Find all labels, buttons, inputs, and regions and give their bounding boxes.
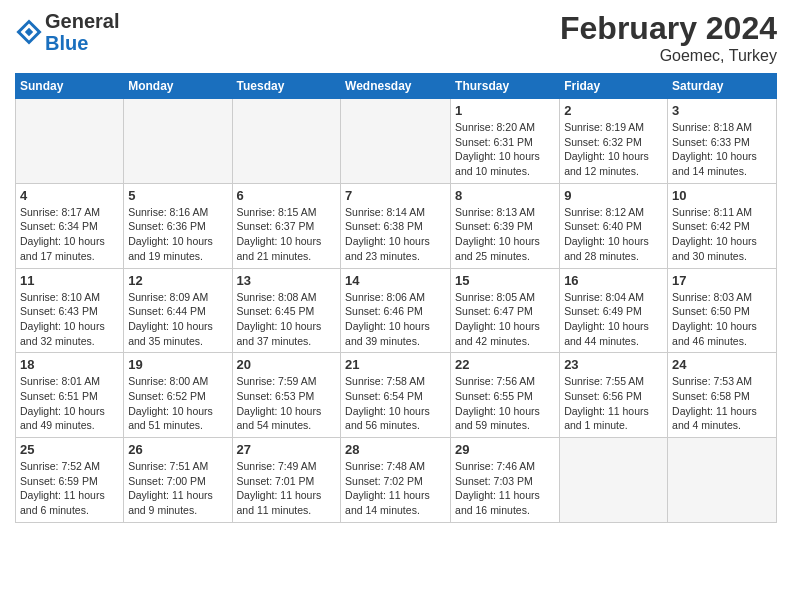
day-detail: Sunrise: 8:14 AM Sunset: 6:38 PM Dayligh… bbox=[345, 205, 446, 264]
day-detail: Sunrise: 8:05 AM Sunset: 6:47 PM Dayligh… bbox=[455, 290, 555, 349]
day-number: 4 bbox=[20, 188, 119, 203]
day-number: 16 bbox=[564, 273, 663, 288]
day-number: 12 bbox=[128, 273, 227, 288]
day-number: 29 bbox=[455, 442, 555, 457]
page-subtitle: Goemec, Turkey bbox=[560, 47, 777, 65]
day-detail: Sunrise: 8:11 AM Sunset: 6:42 PM Dayligh… bbox=[672, 205, 772, 264]
calendar-cell: 13Sunrise: 8:08 AM Sunset: 6:45 PM Dayli… bbox=[232, 268, 341, 353]
day-number: 10 bbox=[672, 188, 772, 203]
calendar-cell: 17Sunrise: 8:03 AM Sunset: 6:50 PM Dayli… bbox=[668, 268, 777, 353]
calendar-cell: 4Sunrise: 8:17 AM Sunset: 6:34 PM Daylig… bbox=[16, 183, 124, 268]
calendar-cell: 21Sunrise: 7:58 AM Sunset: 6:54 PM Dayli… bbox=[341, 353, 451, 438]
day-number: 15 bbox=[455, 273, 555, 288]
day-detail: Sunrise: 8:00 AM Sunset: 6:52 PM Dayligh… bbox=[128, 374, 227, 433]
day-number: 24 bbox=[672, 357, 772, 372]
calendar-cell: 10Sunrise: 8:11 AM Sunset: 6:42 PM Dayli… bbox=[668, 183, 777, 268]
calendar-cell: 14Sunrise: 8:06 AM Sunset: 6:46 PM Dayli… bbox=[341, 268, 451, 353]
calendar-cell bbox=[16, 99, 124, 184]
day-number: 1 bbox=[455, 103, 555, 118]
page-header: General Blue February 2024 Goemec, Turke… bbox=[15, 10, 777, 65]
calendar-cell: 3Sunrise: 8:18 AM Sunset: 6:33 PM Daylig… bbox=[668, 99, 777, 184]
day-number: 28 bbox=[345, 442, 446, 457]
day-number: 23 bbox=[564, 357, 663, 372]
day-number: 3 bbox=[672, 103, 772, 118]
day-number: 11 bbox=[20, 273, 119, 288]
day-header-friday: Friday bbox=[560, 74, 668, 99]
day-detail: Sunrise: 7:49 AM Sunset: 7:01 PM Dayligh… bbox=[237, 459, 337, 518]
day-detail: Sunrise: 8:17 AM Sunset: 6:34 PM Dayligh… bbox=[20, 205, 119, 264]
calendar-cell: 6Sunrise: 8:15 AM Sunset: 6:37 PM Daylig… bbox=[232, 183, 341, 268]
day-detail: Sunrise: 8:12 AM Sunset: 6:40 PM Dayligh… bbox=[564, 205, 663, 264]
calendar-body: 1Sunrise: 8:20 AM Sunset: 6:31 PM Daylig… bbox=[16, 99, 777, 523]
calendar-cell bbox=[560, 438, 668, 523]
day-number: 21 bbox=[345, 357, 446, 372]
day-detail: Sunrise: 8:10 AM Sunset: 6:43 PM Dayligh… bbox=[20, 290, 119, 349]
day-detail: Sunrise: 7:56 AM Sunset: 6:55 PM Dayligh… bbox=[455, 374, 555, 433]
day-number: 8 bbox=[455, 188, 555, 203]
title-block: February 2024 Goemec, Turkey bbox=[560, 10, 777, 65]
page-title: February 2024 bbox=[560, 10, 777, 47]
day-detail: Sunrise: 7:46 AM Sunset: 7:03 PM Dayligh… bbox=[455, 459, 555, 518]
day-header-sunday: Sunday bbox=[16, 74, 124, 99]
calendar-cell: 18Sunrise: 8:01 AM Sunset: 6:51 PM Dayli… bbox=[16, 353, 124, 438]
logo-icon bbox=[15, 18, 43, 46]
day-detail: Sunrise: 8:06 AM Sunset: 6:46 PM Dayligh… bbox=[345, 290, 446, 349]
day-detail: Sunrise: 7:53 AM Sunset: 6:58 PM Dayligh… bbox=[672, 374, 772, 433]
calendar-cell: 7Sunrise: 8:14 AM Sunset: 6:38 PM Daylig… bbox=[341, 183, 451, 268]
day-number: 17 bbox=[672, 273, 772, 288]
day-detail: Sunrise: 7:58 AM Sunset: 6:54 PM Dayligh… bbox=[345, 374, 446, 433]
day-detail: Sunrise: 8:19 AM Sunset: 6:32 PM Dayligh… bbox=[564, 120, 663, 179]
calendar-table: SundayMondayTuesdayWednesdayThursdayFrid… bbox=[15, 73, 777, 523]
day-detail: Sunrise: 8:13 AM Sunset: 6:39 PM Dayligh… bbox=[455, 205, 555, 264]
day-detail: Sunrise: 7:48 AM Sunset: 7:02 PM Dayligh… bbox=[345, 459, 446, 518]
calendar-week-1: 1Sunrise: 8:20 AM Sunset: 6:31 PM Daylig… bbox=[16, 99, 777, 184]
day-detail: Sunrise: 8:20 AM Sunset: 6:31 PM Dayligh… bbox=[455, 120, 555, 179]
day-number: 5 bbox=[128, 188, 227, 203]
calendar-week-5: 25Sunrise: 7:52 AM Sunset: 6:59 PM Dayli… bbox=[16, 438, 777, 523]
day-header-saturday: Saturday bbox=[668, 74, 777, 99]
day-number: 22 bbox=[455, 357, 555, 372]
day-detail: Sunrise: 8:03 AM Sunset: 6:50 PM Dayligh… bbox=[672, 290, 772, 349]
day-number: 20 bbox=[237, 357, 337, 372]
day-detail: Sunrise: 8:01 AM Sunset: 6:51 PM Dayligh… bbox=[20, 374, 119, 433]
calendar-cell: 19Sunrise: 8:00 AM Sunset: 6:52 PM Dayli… bbox=[124, 353, 232, 438]
day-header-tuesday: Tuesday bbox=[232, 74, 341, 99]
logo-blue-text: Blue bbox=[45, 32, 119, 54]
day-detail: Sunrise: 8:18 AM Sunset: 6:33 PM Dayligh… bbox=[672, 120, 772, 179]
calendar-cell: 8Sunrise: 8:13 AM Sunset: 6:39 PM Daylig… bbox=[451, 183, 560, 268]
calendar-cell: 27Sunrise: 7:49 AM Sunset: 7:01 PM Dayli… bbox=[232, 438, 341, 523]
day-number: 7 bbox=[345, 188, 446, 203]
day-detail: Sunrise: 7:59 AM Sunset: 6:53 PM Dayligh… bbox=[237, 374, 337, 433]
calendar-cell: 16Sunrise: 8:04 AM Sunset: 6:49 PM Dayli… bbox=[560, 268, 668, 353]
day-number: 14 bbox=[345, 273, 446, 288]
day-detail: Sunrise: 8:16 AM Sunset: 6:36 PM Dayligh… bbox=[128, 205, 227, 264]
day-number: 6 bbox=[237, 188, 337, 203]
calendar-cell bbox=[341, 99, 451, 184]
calendar-cell: 20Sunrise: 7:59 AM Sunset: 6:53 PM Dayli… bbox=[232, 353, 341, 438]
calendar-cell: 28Sunrise: 7:48 AM Sunset: 7:02 PM Dayli… bbox=[341, 438, 451, 523]
day-detail: Sunrise: 8:09 AM Sunset: 6:44 PM Dayligh… bbox=[128, 290, 227, 349]
calendar-cell: 15Sunrise: 8:05 AM Sunset: 6:47 PM Dayli… bbox=[451, 268, 560, 353]
calendar-cell: 1Sunrise: 8:20 AM Sunset: 6:31 PM Daylig… bbox=[451, 99, 560, 184]
calendar-cell: 26Sunrise: 7:51 AM Sunset: 7:00 PM Dayli… bbox=[124, 438, 232, 523]
calendar-cell bbox=[124, 99, 232, 184]
day-detail: Sunrise: 8:04 AM Sunset: 6:49 PM Dayligh… bbox=[564, 290, 663, 349]
day-number: 18 bbox=[20, 357, 119, 372]
calendar-cell: 24Sunrise: 7:53 AM Sunset: 6:58 PM Dayli… bbox=[668, 353, 777, 438]
calendar-week-3: 11Sunrise: 8:10 AM Sunset: 6:43 PM Dayli… bbox=[16, 268, 777, 353]
day-header-monday: Monday bbox=[124, 74, 232, 99]
logo-general-text: General bbox=[45, 10, 119, 32]
day-number: 26 bbox=[128, 442, 227, 457]
day-number: 13 bbox=[237, 273, 337, 288]
calendar-cell: 29Sunrise: 7:46 AM Sunset: 7:03 PM Dayli… bbox=[451, 438, 560, 523]
logo: General Blue bbox=[15, 10, 119, 54]
day-detail: Sunrise: 8:08 AM Sunset: 6:45 PM Dayligh… bbox=[237, 290, 337, 349]
calendar-cell: 11Sunrise: 8:10 AM Sunset: 6:43 PM Dayli… bbox=[16, 268, 124, 353]
calendar-cell: 2Sunrise: 8:19 AM Sunset: 6:32 PM Daylig… bbox=[560, 99, 668, 184]
day-number: 27 bbox=[237, 442, 337, 457]
calendar-cell: 9Sunrise: 8:12 AM Sunset: 6:40 PM Daylig… bbox=[560, 183, 668, 268]
day-detail: Sunrise: 7:52 AM Sunset: 6:59 PM Dayligh… bbox=[20, 459, 119, 518]
day-number: 19 bbox=[128, 357, 227, 372]
calendar-week-2: 4Sunrise: 8:17 AM Sunset: 6:34 PM Daylig… bbox=[16, 183, 777, 268]
day-number: 9 bbox=[564, 188, 663, 203]
